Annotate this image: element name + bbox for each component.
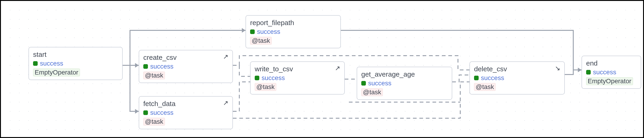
task-status: success — [255, 74, 340, 82]
task-status: success — [474, 74, 560, 82]
status-dot-success-icon — [143, 64, 148, 69]
task-title: write_to_csv — [255, 65, 340, 73]
expand-arrow-icon: ↗ — [223, 54, 228, 60]
operator-badge: EmptyOperator — [586, 77, 633, 85]
expand-arrow-icon: ↗ — [335, 65, 340, 72]
task-status: success — [361, 80, 448, 87]
status-dot-success-icon — [474, 76, 479, 80]
diagram-frame: start success EmptyOperator ↗ create_csv… — [0, 0, 644, 138]
operator-badge: @task — [250, 37, 272, 45]
operator-badge: @task — [361, 88, 383, 96]
status-label: success — [262, 74, 285, 82]
task-node-report_filepath[interactable]: report_filepath success @task — [246, 15, 341, 48]
task-title: report_filepath — [250, 19, 336, 27]
status-dot-success-icon — [33, 61, 38, 66]
status-label: success — [150, 63, 174, 70]
task-title: start — [33, 51, 118, 58]
status-label: success — [593, 69, 616, 76]
operator-badge: EmptyOperator — [33, 69, 80, 76]
task-node-get_average_age[interactable]: get_average_age success @task — [357, 67, 452, 100]
collapse-arrow-icon: ↘ — [555, 65, 560, 72]
task-title: end — [586, 59, 637, 67]
operator-badge: @task — [255, 83, 276, 91]
operator-badge: @task — [143, 72, 165, 79]
task-status: success — [250, 28, 336, 35]
task-status: success — [33, 60, 118, 67]
task-status: success — [143, 63, 228, 70]
task-node-write_to_csv[interactable]: ↗ write_to_csv success @task — [250, 61, 345, 94]
status-dot-success-icon — [586, 70, 591, 75]
status-dot-success-icon — [250, 30, 255, 34]
task-title: fetch_data — [143, 100, 228, 108]
task-status: success — [586, 69, 637, 76]
status-label: success — [481, 74, 504, 82]
status-label: success — [368, 80, 391, 87]
operator-badge: @task — [474, 83, 496, 91]
task-node-end[interactable]: end success EmptyOperator — [582, 56, 641, 89]
status-dot-success-icon — [143, 110, 148, 115]
expand-arrow-icon: ↗ — [223, 100, 228, 106]
task-title: delete_csv — [474, 65, 560, 73]
status-label: success — [40, 60, 63, 67]
status-dot-success-icon — [255, 76, 259, 80]
operator-badge: @task — [143, 118, 165, 125]
task-node-delete_csv[interactable]: ↘ delete_csv success @task — [470, 61, 565, 94]
task-node-start[interactable]: start success EmptyOperator — [28, 47, 123, 80]
status-label: success — [150, 109, 174, 116]
task-title: create_csv — [143, 54, 228, 61]
task-node-fetch_data[interactable]: ↗ fetch_data success @task — [139, 96, 233, 129]
task-node-create_csv[interactable]: ↗ create_csv success @task — [139, 50, 233, 83]
status-label: success — [257, 28, 280, 35]
task-status: success — [143, 109, 228, 116]
status-dot-success-icon — [361, 81, 366, 86]
task-title: get_average_age — [361, 70, 448, 78]
